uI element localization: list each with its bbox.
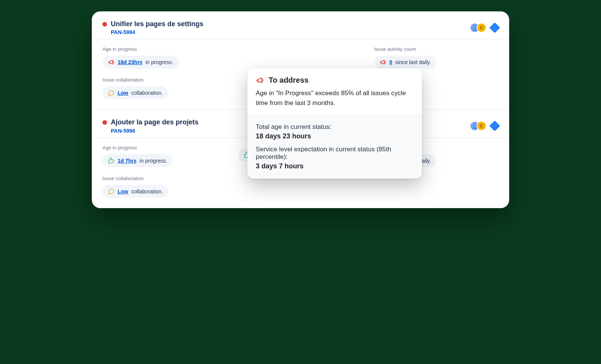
metric-label: Age in progress: [102, 46, 227, 52]
issue-title-block: Unifier les pages de settings PAN-5994: [102, 20, 203, 35]
issue-key-link[interactable]: PAN-5996: [111, 128, 198, 134]
metric-activity-count: Issue activity count 0 since last daily.: [374, 46, 499, 69]
assignee-avatars[interactable]: C: [473, 121, 486, 131]
status-dot: [102, 22, 107, 27]
popover-sle-label: Service level expectation in current sta…: [256, 146, 414, 161]
metric-age-in-progress: Age in progress 18d 23hrs in progress.: [102, 46, 227, 69]
avatar[interactable]: C: [477, 121, 486, 131]
assignee-avatars[interactable]: C: [473, 23, 486, 33]
metric-suffix: in progress.: [140, 158, 167, 164]
metric-value-link[interactable]: 18d 23hrs: [118, 59, 142, 65]
popover-bottom: Total age in current status: 18 days 23 …: [247, 115, 422, 179]
issue-key-link[interactable]: PAN-5994: [111, 29, 203, 35]
popover-age-label: Total age in current status:: [256, 123, 414, 131]
issue-title: Unifier les pages de settings: [111, 20, 203, 28]
popover-description: Age in "In Progress" exceeds 85% of all …: [256, 88, 414, 108]
megaphone-icon: [108, 59, 115, 66]
issue-title: Ajouter la page des projets: [111, 118, 198, 127]
megaphone-icon: [379, 59, 386, 66]
metric-age-in-progress: Age in progress 1d 7hrs in progress.: [102, 145, 227, 167]
metric-value-link[interactable]: Low: [118, 90, 128, 96]
metric-label: Issue collaboration: [102, 176, 227, 181]
app-icon[interactable]: [489, 22, 500, 33]
metric-value-link[interactable]: 1d 7hrs: [118, 158, 137, 164]
metric-collaboration: Issue collaboration Low collaboration.: [102, 176, 227, 198]
metric-label: Issue collaboration: [102, 77, 227, 83]
popover-title: To address: [256, 76, 414, 85]
issue-card-header: Unifier les pages de settings PAN-5994 C: [92, 11, 509, 39]
issue-header-right: C: [473, 121, 499, 131]
megaphone-icon: [256, 76, 264, 85]
metric-value-link[interactable]: Low: [118, 188, 128, 195]
metric-suffix: collaboration.: [131, 188, 163, 195]
metric-chip[interactable]: 0 since last daily.: [374, 56, 436, 69]
metric-chip[interactable]: Low collaboration.: [102, 86, 168, 99]
popover-age-value: 18 days 23 hours: [256, 132, 414, 140]
metric-suffix: since last daily.: [395, 59, 431, 65]
popover-top: To address Age in "In Progress" exceeds …: [247, 68, 422, 115]
app-window: Unifier les pages de settings PAN-5994 C…: [92, 11, 509, 208]
metric-chip[interactable]: 18d 23hrs in progress.: [102, 56, 179, 69]
tooltip-popover: To address Age in "In Progress" exceeds …: [247, 68, 422, 179]
thumbs-up-icon: [108, 157, 115, 164]
metric-value-link[interactable]: 0: [389, 59, 392, 65]
metric-suffix: collaboration.: [131, 90, 163, 96]
chat-icon: [108, 188, 115, 195]
avatar[interactable]: C: [477, 23, 486, 33]
metric-chip[interactable]: 1d 7hrs in progress.: [102, 154, 173, 167]
chat-icon: [108, 89, 115, 96]
popover-title-text: To address: [269, 76, 308, 85]
status-dot: [102, 120, 107, 125]
app-icon[interactable]: [489, 121, 500, 131]
issue-title-block: Ajouter la page des projets PAN-5996: [102, 118, 198, 133]
metric-collaboration: Issue collaboration Low collaboration.: [102, 77, 227, 99]
metric-age-in-column: [238, 46, 363, 69]
metric-label: Issue activity count: [374, 46, 499, 52]
metric-label: Age in progress: [102, 145, 227, 151]
popover-sle-value: 3 days 7 hours: [256, 162, 414, 170]
issue-header-right: C: [473, 23, 499, 33]
metric-suffix: in progress.: [145, 59, 173, 65]
metric-chip[interactable]: Low collaboration.: [102, 185, 168, 198]
